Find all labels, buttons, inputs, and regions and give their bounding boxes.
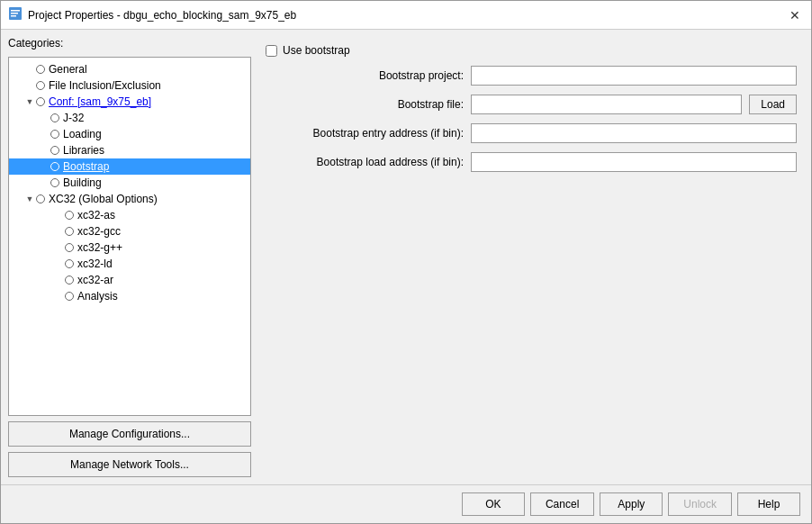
ok-button[interactable]: OK	[462, 492, 525, 516]
tree-label-general: General	[49, 63, 87, 76]
apply-button[interactable]: Apply	[600, 492, 663, 516]
dialog-title: Project Properties - dbgu_echo_blocking_…	[28, 9, 296, 22]
tree-item-building[interactable]: Building	[9, 175, 250, 191]
tree-item-j32[interactable]: J-32	[9, 110, 250, 126]
tree-label-xc32ld: xc32-ld	[77, 257, 113, 270]
expand-icon-conf[interactable]: ▼	[23, 97, 36, 106]
tree-label-xc32ar: xc32-ar	[77, 274, 113, 286]
help-button[interactable]: Help	[737, 492, 800, 516]
tree-item-xc32-ld[interactable]: xc32-ld	[9, 256, 250, 272]
tree-item-analysis[interactable]: Analysis	[9, 288, 250, 304]
bootstrap-load-input[interactable]	[471, 152, 797, 172]
tree-label-conf: Conf: [sam_9x75_eb]	[49, 95, 151, 108]
unlock-button[interactable]: Unlock	[668, 492, 732, 516]
circle-icon-xc32gcc	[65, 227, 74, 236]
use-bootstrap-checkbox[interactable]	[266, 45, 277, 57]
expand-placeholder-xc32gcc	[52, 227, 65, 236]
tree-item-file-inclusion[interactable]: File Inclusion/Exclusion	[9, 77, 250, 94]
use-bootstrap-label: Use bootstrap	[283, 44, 350, 57]
expand-placeholder-xc32ar	[52, 276, 65, 285]
title-bar: Project Properties - dbgu_echo_blocking_…	[1, 1, 811, 30]
tree-label-xc32gpp: xc32-g++	[77, 241, 122, 254]
right-panel: Use bootstrap Bootstrap project: Bootstr…	[258, 37, 804, 477]
svg-rect-3	[11, 15, 16, 17]
use-bootstrap-row: Use bootstrap	[266, 44, 797, 57]
circle-icon-j32	[50, 113, 59, 122]
circle-icon-analysis	[65, 292, 74, 301]
tree-item-libraries[interactable]: Libraries	[9, 142, 250, 158]
svg-rect-2	[11, 13, 18, 14]
tree-label-analysis: Analysis	[77, 290, 118, 303]
dialog-footer: OK Cancel Apply Unlock Help	[1, 484, 811, 523]
tree-label-building: Building	[63, 176, 102, 189]
tree-item-general[interactable]: General	[9, 61, 250, 77]
close-button[interactable]: ✕	[786, 6, 804, 24]
left-panel: Categories: General File Inclusion/Exclu…	[8, 37, 251, 477]
title-bar-left: Project Properties - dbgu_echo_blocking_…	[8, 6, 296, 23]
expand-placeholder-j32	[38, 113, 50, 122]
expand-placeholder-xc32gpp	[52, 243, 65, 252]
expand-placeholder-xc32as	[52, 211, 65, 220]
tree-item-loading[interactable]: Loading	[9, 126, 250, 142]
tree-item-xc32-ar[interactable]: xc32-ar	[9, 272, 250, 288]
expand-placeholder-analysis	[52, 292, 65, 301]
tree-item-conf[interactable]: ▼ Conf: [sam_9x75_eb]	[9, 94, 250, 110]
tree-label-xc32as: xc32-as	[77, 209, 115, 221]
cancel-button[interactable]: Cancel	[530, 492, 594, 516]
circle-icon-file	[36, 81, 45, 90]
circle-icon-xc32gpp	[65, 243, 74, 252]
circle-icon-bootstrap	[50, 162, 59, 171]
tree-item-xc32-as[interactable]: xc32-as	[9, 207, 250, 223]
circle-icon-xc32ld	[65, 259, 74, 268]
bootstrap-entry-label: Bootstrap entry address (if bin):	[266, 127, 464, 140]
tree-item-xc32-gpp[interactable]: xc32-g++	[9, 239, 250, 256]
circle-icon-libraries	[50, 146, 59, 155]
expand-placeholder-libraries	[38, 146, 50, 155]
tree-item-xc32-gcc[interactable]: xc32-gcc	[9, 223, 250, 239]
circle-icon-general	[36, 65, 45, 74]
expand-placeholder-xc32ld	[52, 259, 65, 268]
categories-label: Categories:	[8, 37, 251, 50]
manage-network-button[interactable]: Manage Network Tools...	[8, 452, 251, 477]
expand-placeholder-bootstrap	[38, 162, 50, 171]
expand-placeholder-loading	[38, 130, 50, 139]
tree-label-libraries: Libraries	[63, 144, 104, 157]
circle-icon-xc32	[36, 194, 45, 203]
expand-placeholder-general	[23, 65, 36, 74]
tree-label-bootstrap: Bootstrap	[63, 160, 109, 173]
manage-configurations-button[interactable]: Manage Configurations...	[8, 421, 251, 447]
tree-label-xc32gcc: xc32-gcc	[77, 225, 121, 238]
tree-label-xc32: XC32 (Global Options)	[49, 193, 158, 205]
dialog-icon	[8, 6, 23, 23]
circle-icon-conf	[36, 97, 45, 106]
bootstrap-project-input[interactable]	[471, 66, 797, 86]
load-button[interactable]: Load	[749, 95, 797, 114]
expand-icon-xc32[interactable]: ▼	[23, 194, 36, 203]
tree-label-j32: J-32	[63, 112, 84, 124]
expand-placeholder-building	[38, 178, 50, 187]
bootstrap-section: Use bootstrap Bootstrap project: Bootstr…	[266, 44, 797, 172]
bootstrap-project-row: Bootstrap project:	[266, 66, 797, 86]
circle-icon-building	[50, 178, 59, 187]
bootstrap-entry-row: Bootstrap entry address (if bin):	[266, 123, 797, 143]
bootstrap-project-label: Bootstrap project:	[266, 69, 464, 82]
tree-label-file-inclusion: File Inclusion/Exclusion	[49, 79, 161, 92]
bootstrap-file-row: Bootstrap file: Load	[266, 95, 797, 114]
tree-container[interactable]: General File Inclusion/Exclusion ▼ Conf:…	[8, 57, 251, 416]
svg-rect-1	[11, 10, 20, 12]
tree-label-loading: Loading	[63, 128, 102, 140]
circle-icon-loading	[50, 130, 59, 139]
bootstrap-entry-input[interactable]	[471, 123, 797, 143]
circle-icon-xc32as	[65, 211, 74, 220]
tree-item-bootstrap[interactable]: Bootstrap	[9, 158, 250, 175]
circle-icon-xc32ar	[65, 276, 74, 285]
bootstrap-load-label: Bootstrap load address (if bin):	[266, 156, 464, 168]
bootstrap-load-row: Bootstrap load address (if bin):	[266, 152, 797, 172]
expand-placeholder-file	[23, 81, 36, 90]
tree-item-xc32[interactable]: ▼ XC32 (Global Options)	[9, 191, 250, 207]
bootstrap-file-input[interactable]	[471, 95, 742, 114]
project-properties-dialog: Project Properties - dbgu_echo_blocking_…	[0, 0, 812, 524]
bootstrap-file-label: Bootstrap file:	[266, 98, 464, 111]
dialog-body: Categories: General File Inclusion/Exclu…	[1, 30, 811, 484]
